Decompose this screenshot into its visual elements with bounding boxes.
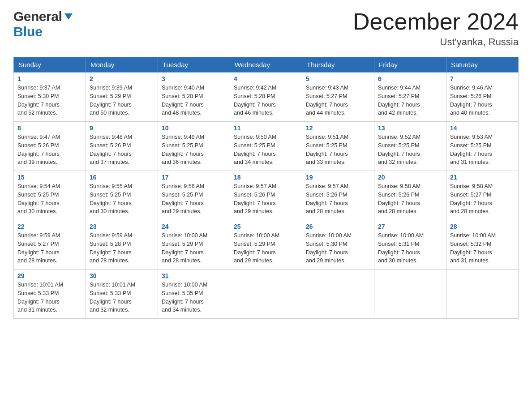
day-of-week-header: Tuesday <box>158 57 230 73</box>
calendar-cell: 29Sunrise: 10:01 AMSunset: 5:33 PMDaylig… <box>14 270 86 319</box>
calendar-week-row: 29Sunrise: 10:01 AMSunset: 5:33 PMDaylig… <box>14 270 519 319</box>
day-info: Sunrise: 10:01 AMSunset: 5:33 PMDaylight… <box>17 281 82 314</box>
calendar-cell: 9Sunrise: 9:48 AMSunset: 5:26 PMDaylight… <box>86 122 158 171</box>
month-title: December 2024 <box>353 9 519 34</box>
calendar-table: SundayMondayTuesdayWednesdayThursdayFrid… <box>13 57 519 319</box>
day-info: Sunrise: 9:56 AMSunset: 5:25 PMDaylight:… <box>162 182 226 216</box>
day-info: Sunrise: 9:57 AMSunset: 5:26 PMDaylight:… <box>234 182 298 216</box>
day-number: 14 <box>450 124 515 132</box>
day-number: 10 <box>162 124 226 132</box>
day-info: Sunrise: 10:00 AMSunset: 5:29 PMDaylight… <box>162 231 226 265</box>
day-of-week-header: Monday <box>86 57 158 73</box>
calendar-cell: 4Sunrise: 9:42 AMSunset: 5:28 PMDaylight… <box>230 73 302 122</box>
day-info: Sunrise: 9:40 AMSunset: 5:28 PMDaylight:… <box>162 84 226 117</box>
calendar-cell: 12Sunrise: 9:51 AMSunset: 5:25 PMDayligh… <box>302 122 374 171</box>
day-info: Sunrise: 10:00 AMSunset: 5:32 PMDaylight… <box>450 231 515 265</box>
day-info: Sunrise: 9:59 AMSunset: 5:27 PMDaylight:… <box>17 231 82 265</box>
day-info: Sunrise: 9:52 AMSunset: 5:25 PMDaylight:… <box>378 133 442 167</box>
day-number: 9 <box>90 124 154 132</box>
calendar-cell: 2Sunrise: 9:39 AMSunset: 5:29 PMDaylight… <box>86 73 158 122</box>
calendar-cell: 8Sunrise: 9:47 AMSunset: 5:26 PMDaylight… <box>14 122 86 171</box>
calendar-cell: 24Sunrise: 10:00 AMSunset: 5:29 PMDaylig… <box>158 220 230 270</box>
calendar-cell: 20Sunrise: 9:58 AMSunset: 5:26 PMDayligh… <box>374 171 446 220</box>
calendar-week-row: 22Sunrise: 9:59 AMSunset: 5:27 PMDayligh… <box>14 220 519 270</box>
svg-marker-0 <box>64 13 73 20</box>
day-number: 28 <box>450 223 515 230</box>
day-info: Sunrise: 9:54 AMSunset: 5:25 PMDaylight:… <box>17 182 82 216</box>
day-number: 26 <box>306 223 370 230</box>
day-number: 4 <box>234 75 298 82</box>
calendar-cell: 13Sunrise: 9:52 AMSunset: 5:25 PMDayligh… <box>374 122 446 171</box>
logo-arrow-icon <box>64 12 73 23</box>
calendar-cell: 15Sunrise: 9:54 AMSunset: 5:25 PMDayligh… <box>14 171 86 220</box>
day-info: Sunrise: 9:51 AMSunset: 5:25 PMDaylight:… <box>306 133 370 167</box>
calendar-week-row: 8Sunrise: 9:47 AMSunset: 5:26 PMDaylight… <box>14 122 519 171</box>
day-number: 30 <box>90 272 154 279</box>
calendar-week-row: 1Sunrise: 9:37 AMSunset: 5:30 PMDaylight… <box>14 73 519 122</box>
calendar-cell: 21Sunrise: 9:58 AMSunset: 5:27 PMDayligh… <box>446 171 519 220</box>
day-number: 7 <box>450 75 515 82</box>
logo: General Blue <box>13 9 73 39</box>
day-of-week-header: Thursday <box>302 57 374 73</box>
day-info: Sunrise: 9:37 AMSunset: 5:30 PMDaylight:… <box>17 84 82 117</box>
calendar-cell: 5Sunrise: 9:43 AMSunset: 5:27 PMDaylight… <box>302 73 374 122</box>
day-number: 13 <box>378 124 442 132</box>
day-number: 27 <box>378 223 442 230</box>
calendar-cell: 6Sunrise: 9:44 AMSunset: 5:27 PMDaylight… <box>374 73 446 122</box>
page-header: General Blue December 2024 Ust'yanka, Ru… <box>13 9 519 48</box>
day-number: 16 <box>90 174 154 181</box>
day-info: Sunrise: 10:00 AMSunset: 5:30 PMDaylight… <box>306 231 370 265</box>
day-number: 18 <box>234 174 298 181</box>
calendar-cell: 27Sunrise: 10:00 AMSunset: 5:31 PMDaylig… <box>374 220 446 270</box>
calendar-cell <box>230 270 302 319</box>
day-info: Sunrise: 9:58 AMSunset: 5:26 PMDaylight:… <box>378 182 442 216</box>
calendar-cell: 14Sunrise: 9:53 AMSunset: 5:25 PMDayligh… <box>446 122 519 171</box>
calendar-cell: 28Sunrise: 10:00 AMSunset: 5:32 PMDaylig… <box>446 220 519 270</box>
calendar-cell: 1Sunrise: 9:37 AMSunset: 5:30 PMDaylight… <box>14 73 86 122</box>
calendar-cell: 19Sunrise: 9:57 AMSunset: 5:26 PMDayligh… <box>302 171 374 220</box>
day-number: 29 <box>17 272 82 279</box>
logo-general-text: General <box>13 9 62 24</box>
day-number: 23 <box>90 223 154 230</box>
day-info: Sunrise: 9:59 AMSunset: 5:28 PMDaylight:… <box>90 231 154 265</box>
calendar-body: 1Sunrise: 9:37 AMSunset: 5:30 PMDaylight… <box>14 73 519 319</box>
calendar-cell: 16Sunrise: 9:55 AMSunset: 5:25 PMDayligh… <box>86 171 158 220</box>
location-title: Ust'yanka, Russia <box>353 36 519 48</box>
calendar-cell: 25Sunrise: 10:00 AMSunset: 5:29 PMDaylig… <box>230 220 302 270</box>
day-info: Sunrise: 9:48 AMSunset: 5:26 PMDaylight:… <box>90 133 154 167</box>
day-info: Sunrise: 9:53 AMSunset: 5:25 PMDaylight:… <box>450 133 515 167</box>
day-number: 2 <box>90 75 154 82</box>
logo-blue-text: Blue <box>13 24 43 39</box>
calendar-cell: 17Sunrise: 9:56 AMSunset: 5:25 PMDayligh… <box>158 171 230 220</box>
day-info: Sunrise: 9:47 AMSunset: 5:26 PMDaylight:… <box>17 133 82 167</box>
day-info: Sunrise: 9:42 AMSunset: 5:28 PMDaylight:… <box>234 84 298 117</box>
day-info: Sunrise: 10:00 AMSunset: 5:35 PMDaylight… <box>162 281 226 314</box>
title-area: December 2024 Ust'yanka, Russia <box>353 9 519 48</box>
calendar-cell: 30Sunrise: 10:01 AMSunset: 5:33 PMDaylig… <box>86 270 158 319</box>
day-info: Sunrise: 9:57 AMSunset: 5:26 PMDaylight:… <box>306 182 370 216</box>
day-number: 25 <box>234 223 298 230</box>
day-number: 19 <box>306 174 370 181</box>
day-info: Sunrise: 9:58 AMSunset: 5:27 PMDaylight:… <box>450 182 515 216</box>
day-info: Sunrise: 9:49 AMSunset: 5:25 PMDaylight:… <box>162 133 226 167</box>
day-number: 20 <box>378 174 442 181</box>
day-number: 8 <box>17 124 82 132</box>
day-of-week-header: Sunday <box>14 57 86 73</box>
day-number: 21 <box>450 174 515 181</box>
day-number: 15 <box>17 174 82 181</box>
day-number: 12 <box>306 124 370 132</box>
day-of-week-header: Friday <box>374 57 446 73</box>
day-info: Sunrise: 10:00 AMSunset: 5:29 PMDaylight… <box>234 231 298 265</box>
calendar-cell: 10Sunrise: 9:49 AMSunset: 5:25 PMDayligh… <box>158 122 230 171</box>
day-of-week-header: Wednesday <box>230 57 302 73</box>
calendar-cell <box>446 270 519 319</box>
calendar-cell: 31Sunrise: 10:00 AMSunset: 5:35 PMDaylig… <box>158 270 230 319</box>
day-number: 17 <box>162 174 226 181</box>
calendar-cell: 22Sunrise: 9:59 AMSunset: 5:27 PMDayligh… <box>14 220 86 270</box>
calendar-cell <box>302 270 374 319</box>
calendar-cell: 23Sunrise: 9:59 AMSunset: 5:28 PMDayligh… <box>86 220 158 270</box>
calendar-header-row: SundayMondayTuesdayWednesdayThursdayFrid… <box>14 57 519 73</box>
day-number: 6 <box>378 75 442 82</box>
calendar-cell: 11Sunrise: 9:50 AMSunset: 5:25 PMDayligh… <box>230 122 302 171</box>
calendar-week-row: 15Sunrise: 9:54 AMSunset: 5:25 PMDayligh… <box>14 171 519 220</box>
